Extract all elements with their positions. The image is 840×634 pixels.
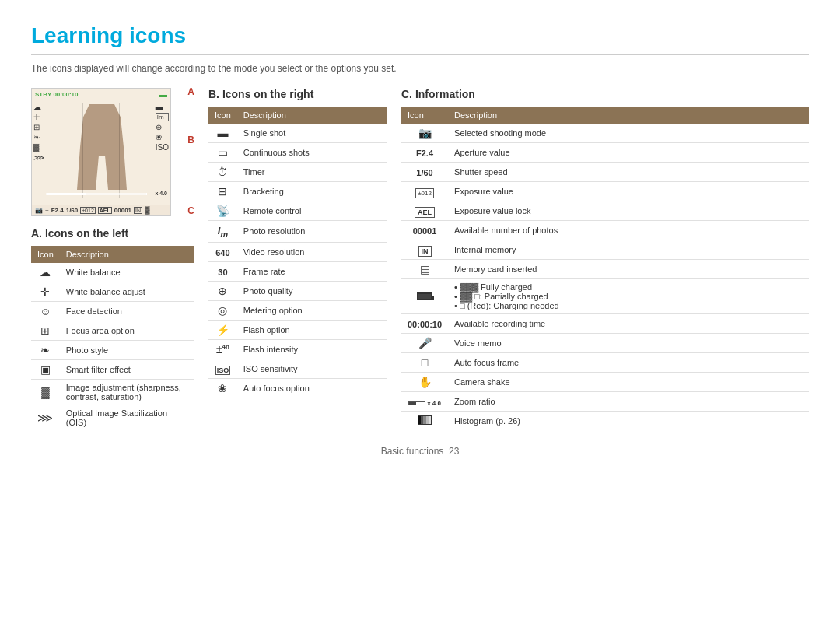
icon-cell: ▬ <box>208 124 237 143</box>
icon-cell: IN <box>401 240 448 260</box>
section-b-col-icon: Icon <box>208 107 237 124</box>
section-a-title: A. Icons on the left <box>31 227 194 240</box>
table-row: ✋Camera shake <box>401 373 809 392</box>
table-row: Histogram (p. 26) <box>401 412 809 431</box>
desc-cell: Face detection <box>60 302 194 321</box>
desc-cell: Exposure value lock <box>448 201 809 221</box>
desc-cell: Auto focus option <box>237 378 387 398</box>
table-row: INInternal memory <box>401 240 809 260</box>
table-row: 30Frame rate <box>208 261 387 281</box>
table-row: ⊕Photo quality <box>208 281 387 300</box>
footer: Basic functions 23 <box>31 446 809 457</box>
table-row: ▬Single shot <box>208 124 387 143</box>
desc-cell: Aperture value <box>448 143 809 163</box>
icon-cell: ✛ <box>31 282 60 302</box>
icon-cell: ▣ <box>31 360 60 380</box>
desc-cell: ISO sensitivity <box>237 359 387 378</box>
icon-cell: ▓ <box>31 380 60 405</box>
subtitle: The icons displayed will change accordin… <box>31 63 809 74</box>
icon-cell: 640 <box>208 242 237 261</box>
table-row: ▭Continuous shots <box>208 143 387 163</box>
icon-cell: ⊟ <box>208 182 237 201</box>
icon-cell: 🎤 <box>401 334 448 353</box>
table-row: ❧Photo style <box>31 341 194 360</box>
icon-cell: ❧ <box>31 341 60 360</box>
desc-cell: Frame rate <box>237 261 387 281</box>
table-row: F2.4Aperture value <box>401 143 809 163</box>
camera-preview: STBY 00:00:10 ▬ ☁✛⊞❧▓⋙ ▬Im⊕❀ISO <box>31 88 171 216</box>
icon-cell: 📡 <box>208 201 237 221</box>
desc-cell: Memory card inserted <box>448 260 809 279</box>
icon-cell: 📷 <box>401 124 448 143</box>
table-row: ±012Exposure value <box>401 182 809 201</box>
section-c-title: C. Information <box>401 88 809 100</box>
table-row: 640Video resolution <box>208 242 387 261</box>
icon-cell: ◎ <box>208 300 237 320</box>
camera-right-icons: ▬Im⊕❀ISO <box>156 103 169 152</box>
icon-cell: 1/60 <box>401 163 448 182</box>
icon-cell: ±012 <box>401 182 448 201</box>
section-a: A. Icons on the left Icon Description ☁W… <box>31 227 194 430</box>
section-b-col-desc: Description <box>237 107 387 124</box>
table-row: ▓Image adjustment (sharpness, contrast, … <box>31 380 194 405</box>
section-b-table: Icon Description ▬Single shot▭Continuous… <box>208 107 387 398</box>
table-row: ⊞Focus area option <box>31 321 194 341</box>
table-row: ⏱Timer <box>208 163 387 182</box>
table-row: ❀Auto focus option <box>208 378 387 398</box>
icon-cell: Im <box>208 221 237 243</box>
desc-cell: Focus area option <box>60 321 194 341</box>
desc-cell: White balance adjust <box>60 282 194 302</box>
desc-cell: Metering option <box>237 300 387 320</box>
desc-cell: • ▓▓▓ Fully charged• ▓▓ □: Partially cha… <box>448 279 809 314</box>
table-row: 📡Remote control <box>208 201 387 221</box>
table-row: ⚡Flash option <box>208 320 387 339</box>
desc-cell: Remote control <box>237 201 387 221</box>
desc-cell: Flash option <box>237 320 387 339</box>
icon-cell: ▤ <box>401 260 448 279</box>
table-row: x 4.0Zoom ratio <box>401 392 809 412</box>
desc-cell: Available recording time <box>448 314 809 334</box>
section-b: B. Icons on the right Icon Description ▬… <box>208 88 387 398</box>
table-row: ISOISO sensitivity <box>208 359 387 378</box>
section-c-table: Icon Description 📷Selected shooting mode… <box>401 107 809 430</box>
desc-cell: Zoom ratio <box>448 392 809 412</box>
desc-cell: Internal memory <box>448 240 809 260</box>
table-row: □Auto focus frame <box>401 353 809 373</box>
icon-cell: ±4n <box>208 339 237 359</box>
table-row: ±4nFlash intensity <box>208 339 387 359</box>
table-row: 00:00:10Available recording time <box>401 314 809 334</box>
desc-cell: Shutter speed <box>448 163 809 182</box>
icon-cell: 30 <box>208 261 237 281</box>
desc-cell: Flash intensity <box>237 339 387 359</box>
section-b-title: B. Icons on the right <box>208 88 387 100</box>
table-row: ☺Face detection <box>31 302 194 321</box>
table-row: 00001Available number of photos <box>401 221 809 240</box>
stby-text: STBY 00:00:10 <box>35 91 78 98</box>
section-a-col-icon: Icon <box>31 246 60 263</box>
table-row: ◎Metering option <box>208 300 387 320</box>
desc-cell: White balance <box>60 263 194 282</box>
icon-cell: ⊕ <box>208 281 237 300</box>
icon-cell: F2.4 <box>401 143 448 163</box>
icon-cell: 00:00:10 <box>401 314 448 334</box>
icon-cell: ⚡ <box>208 320 237 339</box>
icon-cell: ISO <box>208 359 237 378</box>
desc-cell: Bracketing <box>237 182 387 201</box>
icon-cell: ▭ <box>208 143 237 163</box>
table-row: AELExposure value lock <box>401 201 809 221</box>
footer-page: 23 <box>449 446 459 457</box>
icon-cell: ✋ <box>401 373 448 392</box>
table-row: ✛White balance adjust <box>31 282 194 302</box>
label-a: A <box>187 86 194 97</box>
desc-cell: Selected shooting mode <box>448 124 809 143</box>
icon-cell: AEL <box>401 201 448 221</box>
table-row: ImPhoto resolution <box>208 221 387 243</box>
desc-cell: Single shot <box>237 124 387 143</box>
desc-cell: Video resolution <box>237 242 387 261</box>
section-c-col-icon: Icon <box>401 107 448 124</box>
icon-cell: ⋙ <box>31 405 60 431</box>
label-c: C <box>187 205 194 216</box>
icon-cell <box>401 279 448 314</box>
icon-cell: □ <box>401 353 448 373</box>
desc-cell: Photo quality <box>237 281 387 300</box>
